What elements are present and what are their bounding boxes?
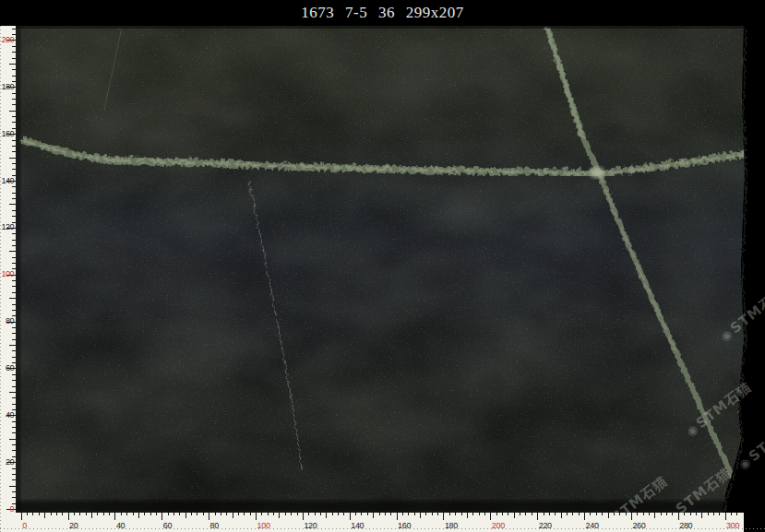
- ruler-tick: [12, 99, 16, 100]
- ruler-tick: [12, 333, 16, 334]
- ruler-tick: [12, 146, 16, 147]
- ruler-tick: [9, 345, 16, 346]
- ruler-tick: [12, 263, 16, 264]
- ruler-tick: [86, 513, 87, 515]
- ruler-tick: [561, 513, 562, 518]
- ruler-tick: [467, 513, 468, 518]
- ruler-tick: [12, 280, 16, 281]
- ruler-tick: [215, 513, 216, 515]
- ruler-tick: [44, 513, 45, 518]
- ruler-tick: [520, 513, 520, 515]
- ruler-label: 120: [0, 223, 14, 231]
- ruler-tick: [203, 513, 204, 515]
- ruler-tick: [12, 29, 16, 30]
- ruler-tick: [32, 513, 33, 515]
- ruler-tick: [103, 513, 104, 515]
- ruler-tick: [273, 513, 274, 515]
- slab-title: 1673 7-5 36 299x207: [0, 0, 765, 25]
- ruler-tick: [408, 513, 409, 515]
- ruler-tick: [608, 513, 609, 518]
- ruler-tick: [191, 513, 192, 515]
- ruler-tick: [161, 513, 162, 520]
- ruler-tick: [12, 339, 16, 340]
- ruler-tick: [9, 158, 16, 159]
- ruler-tick: [261, 513, 262, 515]
- ruler-tick: [12, 198, 16, 199]
- ruler-tick: [12, 140, 16, 141]
- ruler-tick: [133, 513, 134, 515]
- ruler-tick: [708, 513, 709, 515]
- ruler-tick: [690, 513, 691, 515]
- ruler-tick: [678, 513, 679, 520]
- ruler-tick: [661, 513, 662, 515]
- ruler-tick: [472, 513, 473, 515]
- horizontal-dotted-guide: [0, 528, 765, 529]
- ruler-tick: [555, 513, 556, 515]
- ruler-tick: [437, 513, 438, 515]
- ruler-tick: [12, 450, 16, 451]
- ruler-tick: [614, 513, 615, 515]
- ruler-tick: [579, 513, 580, 515]
- ruler-tick: [502, 513, 503, 515]
- ruler-tick: [221, 513, 221, 515]
- ruler-tick: [373, 513, 374, 518]
- ruler-tick: [285, 513, 286, 515]
- ruler-tick: [62, 513, 63, 515]
- ruler-tick: [121, 513, 122, 515]
- ruler-tick: [12, 163, 16, 164]
- ruler-tick: [514, 513, 515, 518]
- ruler-tick: [303, 513, 304, 520]
- vertical-dotted-guide: [0, 26, 1, 532]
- ruler-tick: [567, 513, 568, 515]
- ruler-tick: [343, 513, 344, 515]
- ruler-tick: [114, 513, 115, 520]
- ruler-tick: [654, 513, 655, 518]
- ruler-tick: [291, 513, 292, 515]
- ruler-tick: [725, 513, 726, 520]
- ruler-tick: [12, 233, 16, 234]
- ruler-tick: [544, 513, 544, 515]
- ruler-tick: [508, 513, 508, 515]
- ruler-label: 80: [0, 317, 14, 325]
- ruler-tick: [643, 513, 644, 515]
- ruler-tick: [144, 513, 145, 515]
- ruler-tick: [649, 513, 650, 515]
- ruler-tick: [9, 251, 16, 252]
- ruler-tick: [596, 513, 597, 515]
- ruler-tick: [12, 93, 16, 94]
- ruler-tick: [684, 513, 685, 515]
- ruler-tick: [602, 513, 603, 515]
- ruler-tick: [12, 491, 16, 492]
- ruler-tick: [590, 513, 591, 515]
- ruler-tick: [156, 513, 157, 515]
- slab-top-edge-shadow: [16, 26, 765, 29]
- ruler-tick: [385, 513, 386, 515]
- ruler-tick: [701, 513, 702, 518]
- ruler-tick: [9, 64, 16, 65]
- ruler-tick: [12, 404, 16, 405]
- ruler-tick: [21, 513, 22, 520]
- ruler-tick: [185, 513, 186, 518]
- ruler-tick: [9, 204, 16, 205]
- ruler-tick: [414, 513, 415, 515]
- ruler-tick: [12, 104, 16, 105]
- ruler-tick: [397, 513, 398, 520]
- ruler-tick: [12, 497, 16, 498]
- ruler-tick: [9, 111, 16, 112]
- ruler-tick: [320, 513, 321, 515]
- ruler-tick: [12, 240, 16, 241]
- ruler-tick: [12, 46, 16, 47]
- slab-bottom-edge-shadow: [16, 501, 765, 513]
- ruler-tick: [584, 513, 585, 520]
- ruler-tick: [12, 327, 16, 328]
- ruler-label: 180: [0, 83, 14, 91]
- ruler-tick: [12, 427, 16, 428]
- ruler-label: 40: [0, 411, 14, 420]
- ruler-tick: [390, 513, 391, 515]
- ruler-tick: [12, 210, 16, 211]
- ruler-tick: [168, 513, 169, 515]
- ruler-tick: [68, 513, 69, 520]
- ruler-tick: [12, 468, 16, 469]
- title-bar: 1673 7-5 36 299x207: [0, 0, 765, 26]
- ruler-tick: [226, 513, 227, 515]
